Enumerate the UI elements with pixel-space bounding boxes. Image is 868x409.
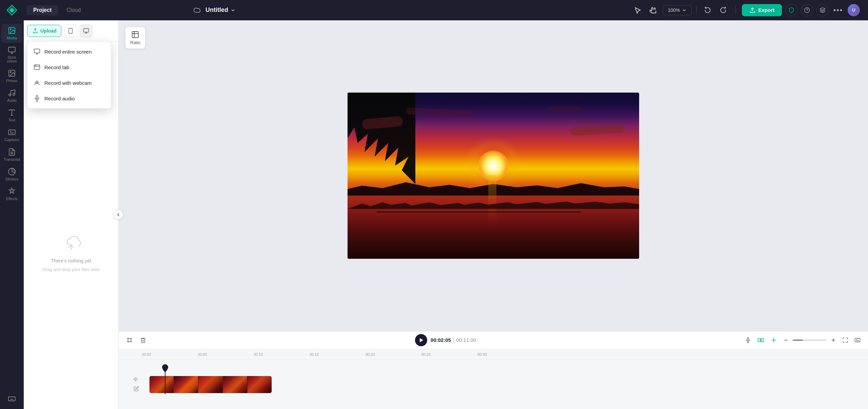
screen-record-button[interactable]: [80, 24, 93, 37]
tab-cloud[interactable]: Cloud: [60, 5, 87, 15]
total-time: 00:11:00: [456, 337, 476, 343]
play-button[interactable]: [415, 334, 427, 346]
stickers-icon: [8, 168, 16, 176]
timeline-ruler: 00:00 00:05 00:10 00:15 00:20 00:25 00:3…: [119, 349, 868, 360]
undo-button[interactable]: [702, 4, 714, 16]
ruler-mark-0: 00:00: [142, 352, 198, 356]
audio-icon: [8, 89, 16, 97]
keyboard-icon: [8, 395, 16, 403]
zoom-plus-button[interactable]: [829, 335, 838, 345]
ruler-mark-2: 00:10: [254, 352, 310, 356]
cloud-save-icon: [193, 6, 201, 14]
timeline-right-tools: [743, 335, 863, 346]
split-icon: [757, 337, 764, 344]
captions-view-icon: [854, 337, 861, 343]
zoom-chevron-icon: [682, 8, 687, 13]
sidebar-label-transcript: Transcript: [4, 157, 20, 161]
webcam-icon: [34, 79, 40, 86]
fullscreen-button[interactable]: [840, 335, 850, 345]
stock-videos-icon: [8, 46, 16, 54]
more-button[interactable]: •••: [832, 4, 844, 16]
help-button[interactable]: [801, 4, 813, 16]
time-separator: |: [453, 337, 454, 343]
minus-icon: [783, 337, 789, 343]
svg-rect-15: [36, 96, 38, 99]
sidebar-item-stock-videos[interactable]: Stock videos: [1, 43, 22, 66]
trim-tool-button[interactable]: [124, 335, 135, 346]
svg-rect-10: [69, 28, 73, 34]
svg-rect-19: [758, 338, 761, 342]
hand-tool-button[interactable]: [647, 4, 659, 16]
upload-icon: [32, 28, 38, 34]
svg-rect-9: [8, 397, 15, 401]
sidebar-label-captions: Captions: [4, 138, 19, 142]
zoom-slider-track[interactable]: [793, 339, 827, 341]
panel-collapse-handle[interactable]: [114, 210, 123, 219]
record-audio-item[interactable]: Record audio: [27, 91, 111, 106]
record-webcam-item[interactable]: Record with webcam: [27, 75, 111, 91]
sidebar-item-captions[interactable]: Captions: [1, 125, 22, 144]
svg-point-7: [13, 93, 15, 95]
layers-button[interactable]: [816, 4, 829, 16]
snap-icon: [770, 337, 777, 344]
upload-button[interactable]: Upload: [27, 25, 61, 37]
split-tool-button[interactable]: [755, 335, 766, 346]
timeline-controls-bar: 00:02:05 | 00:11:00: [119, 331, 868, 349]
svg-marker-22: [134, 377, 136, 381]
sidebar-label-text: Text: [8, 118, 15, 122]
sidebar-item-audio[interactable]: Audio: [1, 86, 22, 105]
ratio-button[interactable]: Ratio: [125, 27, 145, 48]
left-sidebar: Media Stock videos Photos: [0, 20, 24, 409]
text-icon: [8, 109, 16, 117]
mobile-record-button[interactable]: [64, 24, 77, 37]
plus-icon: [831, 337, 836, 343]
sidebar-item-stickers[interactable]: Stickers: [1, 165, 22, 184]
sidebar-bottom-icon[interactable]: [1, 392, 22, 406]
zoom-control[interactable]: 100%: [663, 5, 692, 15]
select-tool-button[interactable]: [632, 4, 644, 16]
record-entire-screen-item[interactable]: Record entire screen: [27, 44, 111, 59]
svg-point-5: [10, 72, 11, 73]
magnetic-snap-button[interactable]: [768, 335, 779, 346]
record-tab-item[interactable]: Record tab: [27, 59, 111, 75]
panel-empty-state: There's nothing yet Drag and drop your f…: [24, 96, 118, 409]
panel-header: Upload: [24, 20, 118, 42]
svg-rect-18: [747, 337, 749, 340]
video-clip[interactable]: [149, 376, 272, 393]
empty-upload-icon: [60, 233, 82, 255]
track-left-controls: [119, 376, 142, 393]
record-tab-icon: [34, 64, 40, 71]
toolbar-divider: [696, 5, 697, 15]
zoom-minus-button[interactable]: [781, 335, 791, 345]
svg-rect-21: [855, 338, 860, 342]
sidebar-item-text[interactable]: Text: [1, 106, 22, 125]
project-title[interactable]: Untitled: [205, 6, 236, 14]
svg-marker-17: [420, 338, 423, 342]
microphone-toggle-button[interactable]: [743, 335, 753, 346]
playhead[interactable]: [165, 364, 165, 394]
sidebar-item-photos[interactable]: Photos: [1, 66, 22, 85]
time-display: 00:02:05 | 00:11:00: [431, 337, 476, 343]
sidebar-item-media[interactable]: Media: [1, 24, 22, 43]
volume-button[interactable]: [134, 376, 139, 383]
export-button[interactable]: Export: [742, 4, 782, 16]
sidebar-item-effects[interactable]: Effects: [1, 184, 22, 203]
toolbar-divider2: [735, 5, 736, 15]
svg-rect-20: [761, 338, 764, 342]
preview-frame: [348, 93, 639, 259]
tab-project[interactable]: Project: [26, 5, 58, 15]
timeline: 00:02:05 | 00:11:00: [119, 331, 868, 409]
effects-icon: [8, 187, 16, 195]
transcript-icon: [8, 148, 16, 156]
redo-button[interactable]: [717, 4, 729, 16]
captions-view-button[interactable]: [852, 335, 863, 345]
edit-button[interactable]: [134, 386, 139, 393]
delete-clip-button[interactable]: [138, 335, 149, 346]
shield-button[interactable]: [785, 4, 797, 16]
sidebar-item-transcript[interactable]: Transcript: [1, 145, 22, 164]
canvas-toolbar: 100%: [632, 4, 860, 16]
export-icon: [749, 7, 755, 13]
avatar[interactable]: U: [848, 4, 860, 16]
photos-icon: [8, 69, 16, 77]
timeline-tracks: [119, 360, 868, 409]
